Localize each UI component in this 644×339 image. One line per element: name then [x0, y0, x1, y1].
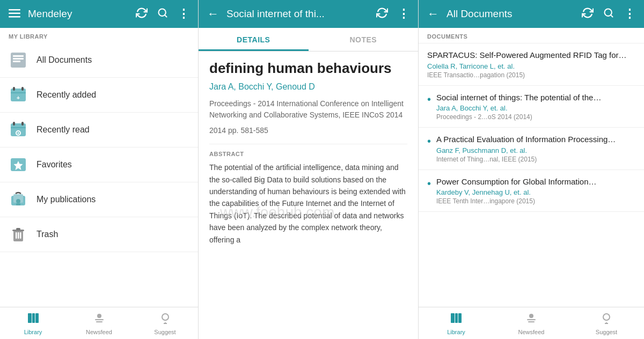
svg-rect-33	[32, 313, 35, 323]
docs-more-icon[interactable]: ⋮	[621, 5, 638, 23]
svg-rect-8	[13, 61, 20, 62]
abstract-label: ABSTRACT	[209, 144, 407, 157]
detail-more-icon[interactable]: ⋮	[396, 5, 412, 23]
sync-icon[interactable]	[134, 5, 150, 24]
suggest-tab-icon	[159, 312, 172, 328]
svg-rect-12	[11, 92, 26, 93]
recently-added-icon: +	[9, 85, 28, 105]
doc-title-3: A Practical Evaluation of Information Pr…	[436, 134, 635, 145]
svg-point-46	[529, 314, 533, 318]
svg-rect-6	[13, 55, 24, 57]
svg-rect-2	[9, 16, 20, 18]
doc-source-3: Internet of Thing…nal, IEEE (2015)	[436, 156, 635, 163]
nav-trash[interactable]: Trash	[0, 217, 198, 252]
svg-rect-28	[16, 228, 20, 230]
detail-back-icon[interactable]: ←	[205, 5, 221, 23]
svg-rect-7	[13, 58, 24, 60]
paper-authors: Jara A, Bocchi Y, Genoud D	[209, 82, 407, 92]
svg-rect-11	[21, 87, 24, 91]
paper-year-pages: 2014 pp. 581-585	[209, 125, 407, 136]
doc-item-3[interactable]: • A Practical Evaluation of Information …	[419, 128, 644, 170]
doc-info-2: Social internet of things: The potential…	[436, 92, 635, 121]
doc-item-2[interactable]: • Social internet of things: The potenti…	[419, 86, 644, 128]
svg-rect-16	[21, 122, 24, 126]
bottom-tab-library[interactable]: Library	[0, 307, 66, 339]
detail-title: Social internet of thi...	[226, 8, 369, 20]
search-icon[interactable]	[155, 5, 170, 23]
recently-added-label: Recently added	[36, 90, 96, 100]
svg-line-4	[165, 14, 167, 17]
svg-rect-1	[9, 12, 20, 14]
docs-title: All Documents	[447, 8, 574, 20]
docs-bottom-tab-library[interactable]: Library	[419, 307, 494, 339]
doc-authors-1: Colella R, Tarricone L, et. al.	[427, 62, 635, 70]
library-tab-label: Library	[24, 329, 42, 335]
doc-authors-2: Jara A, Bocchi Y, et. al.	[436, 104, 635, 112]
docs-bottom-tab-newsfeed[interactable]: Newsfeed	[494, 307, 569, 339]
doc-title-4: Power Consumption for Global Information…	[436, 176, 635, 187]
library-tab-icon	[27, 312, 40, 328]
svg-line-42	[611, 14, 613, 17]
svg-rect-45	[458, 313, 462, 323]
favorites-label: Favorites	[36, 160, 72, 170]
docs-sync-icon[interactable]	[580, 5, 596, 24]
nav-recently-added[interactable]: + Recently added	[0, 78, 198, 113]
doc-bullet-4: •	[427, 178, 431, 190]
svg-rect-29	[16, 232, 17, 239]
recently-read-label: Recently read	[36, 125, 90, 135]
bottom-tab-newsfeed[interactable]: Newsfeed	[66, 307, 132, 339]
library-bottom-bar: Library Newsfeed Suggest	[0, 307, 198, 339]
doc-title-2: Social internet of things: The potential…	[436, 92, 635, 103]
nav-favorites[interactable]: Favorites	[0, 148, 198, 182]
docs-suggest-tab-icon	[600, 312, 613, 328]
suggest-tab-label: Suggest	[154, 329, 175, 335]
doc-info-3: A Practical Evaluation of Information Pr…	[436, 134, 635, 163]
paper-meta: Proceedings - 2014 International Confere…	[209, 98, 407, 121]
svg-point-38	[162, 314, 169, 320]
doc-source-1: IEEE Transactio…pagation (2015)	[427, 71, 635, 79]
trash-label: Trash	[36, 230, 58, 239]
svg-rect-34	[35, 313, 39, 323]
tab-details[interactable]: DETAILS	[199, 28, 309, 51]
bottom-tab-suggest[interactable]: Suggest	[132, 307, 198, 339]
docs-library-tab-label: Library	[447, 329, 465, 335]
docs-bottom-tab-suggest[interactable]: Suggest	[569, 307, 644, 339]
docs-back-icon[interactable]: ←	[425, 5, 441, 23]
svg-point-49	[603, 314, 610, 320]
docs-search-icon[interactable]	[601, 5, 616, 23]
svg-rect-15	[13, 122, 15, 126]
svg-rect-31	[20, 232, 21, 239]
docs-newsfeed-tab-icon	[525, 312, 538, 328]
nav-recently-read[interactable]: Recently read	[0, 113, 198, 148]
detail-sync-icon[interactable]	[374, 5, 390, 24]
menu-icon[interactable]	[6, 6, 23, 23]
docs-suggest-tab-label: Suggest	[596, 329, 617, 335]
svg-text:+: +	[17, 94, 20, 101]
library-panel: Mendeley ⋮ MY LIBRARY All	[0, 0, 199, 339]
all-documents-icon	[9, 50, 28, 70]
nav-my-publications[interactable]: My publications	[0, 182, 198, 217]
nav-all-documents[interactable]: All Documents	[0, 43, 198, 78]
svg-rect-47	[527, 319, 536, 320]
more-icon[interactable]: ⋮	[175, 5, 192, 23]
svg-rect-30	[18, 232, 19, 239]
documents-panel: ← All Documents ⋮ DOCUMENTS SPARTACUS: S…	[419, 0, 644, 339]
newsfeed-tab-label: Newsfeed	[86, 329, 112, 335]
doc-source-2: Proceedings - 2…oS 2014 (2014)	[436, 113, 635, 121]
docs-bottom-bar: Library Newsfeed Suggest	[419, 307, 644, 339]
svg-rect-48	[528, 321, 535, 322]
svg-rect-10	[13, 87, 15, 91]
tab-notes[interactable]: NOTES	[309, 28, 419, 51]
docs-top-bar: ← All Documents ⋮	[419, 0, 644, 28]
favorites-icon	[9, 155, 28, 174]
my-library-label: MY LIBRARY	[0, 28, 198, 43]
library-top-bar: Mendeley ⋮	[0, 0, 198, 28]
doc-info-1: SPARTACUS: Self-Powered Augmented RFID T…	[427, 50, 635, 79]
detail-panel: ← Social internet of thi... ⋮ DETAILS NO…	[199, 0, 419, 339]
docs-newsfeed-tab-label: Newsfeed	[518, 329, 545, 335]
doc-source-4: IEEE Tenth Inter…ingapore (2015)	[436, 197, 635, 205]
doc-item-4[interactable]: • Power Consumption for Global Informati…	[419, 170, 644, 212]
newsfeed-tab-icon	[93, 312, 106, 328]
doc-item-1[interactable]: SPARTACUS: Self-Powered Augmented RFID T…	[419, 43, 644, 86]
all-documents-label: All Documents	[36, 55, 92, 65]
